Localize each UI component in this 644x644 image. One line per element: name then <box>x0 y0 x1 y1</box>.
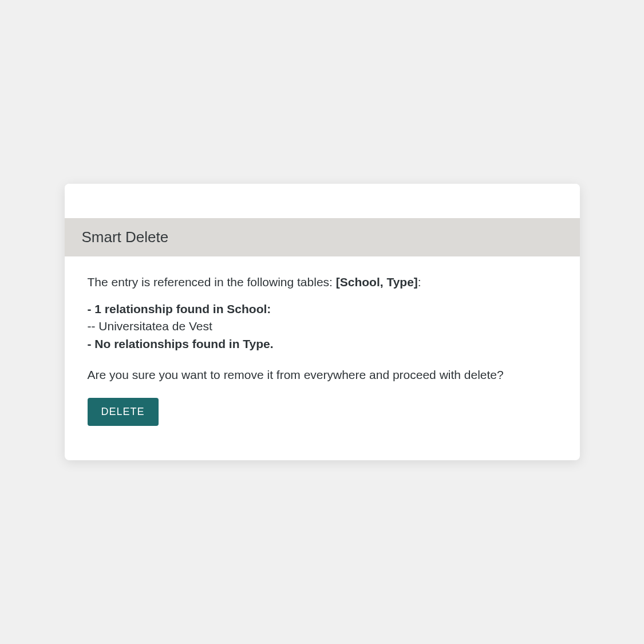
relationships-list: - 1 relationship found in School: -- Uni… <box>88 301 557 353</box>
relationship-type-header: - No relationships found in Type. <box>88 335 557 353</box>
dialog-header: Smart Delete <box>65 218 580 256</box>
dialog-container: Smart Delete The entry is referenced in … <box>65 184 580 460</box>
intro-text: The entry is referenced in the following… <box>88 274 557 291</box>
intro-suffix: : <box>418 275 421 289</box>
relationship-school-header: - 1 relationship found in School: <box>88 301 557 318</box>
relationship-school-item: -- Universitatea de Vest <box>88 318 557 335</box>
delete-button[interactable]: DELETE <box>88 398 159 426</box>
dialog-title: Smart Delete <box>82 228 563 246</box>
intro-prefix: The entry is referenced in the following… <box>88 275 336 289</box>
dialog-content: The entry is referenced in the following… <box>65 256 580 460</box>
top-spacer <box>65 184 580 218</box>
intro-tables: [School, Type] <box>336 275 418 289</box>
confirm-text: Are you sure you want to remove it from … <box>88 366 557 384</box>
